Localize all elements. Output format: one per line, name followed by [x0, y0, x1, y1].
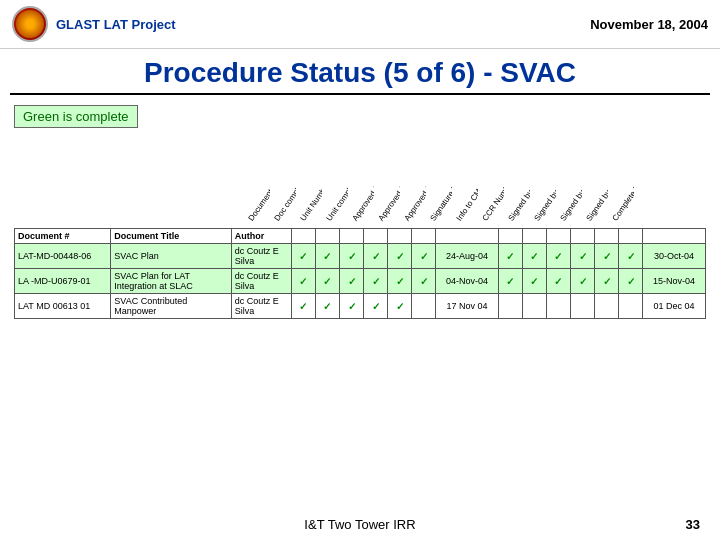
page-footer: I&T Two Tower IRR 33: [0, 517, 720, 532]
logo: [12, 6, 48, 42]
page-title: Procedure Status (5 of 6) - SVAC: [10, 49, 710, 95]
check2-cell-0-5: ✓: [619, 244, 643, 269]
check2-cell-1-1: ✓: [522, 269, 546, 294]
check-cell-1-4: ✓: [388, 269, 412, 294]
check-cell-0-1: ✓: [315, 244, 339, 269]
doc-num-cell: LAT MD 00613 01: [15, 294, 111, 319]
check2-col-3: [571, 229, 595, 244]
check2-col-4: [595, 229, 619, 244]
check2-cell-0-1: ✓: [522, 244, 546, 269]
diag-header-5: Approved (LAT Doc): [374, 138, 400, 228]
diag-header-7: Signature Date: [426, 138, 452, 228]
check2-cell-0-3: ✓: [571, 244, 595, 269]
table-wrapper: Document NumberDoc complete?Unit NumberU…: [14, 138, 706, 319]
check-cell-0-2: ✓: [339, 244, 363, 269]
check-cell-0-0: ✓: [291, 244, 315, 269]
table-row: LA -MD-U0679-01SVAC Plan for LAT Integra…: [15, 269, 706, 294]
check-cell-1-0: ✓: [291, 269, 315, 294]
complete-date-cell: 30-Oct-04: [643, 244, 706, 269]
diag-header-11: Signed by LAT: [530, 138, 556, 228]
check-cell-2-1: ✓: [315, 294, 339, 319]
check2-cell-2-1: [522, 294, 546, 319]
check2-cell-0-2: ✓: [546, 244, 570, 269]
diag-header-8: Info to CM before sig: [452, 138, 478, 228]
check2-cell-1-0: ✓: [498, 269, 522, 294]
check2-cell-0-4: ✓: [595, 244, 619, 269]
diag-header-4: Approved (Coutz): [348, 138, 374, 228]
check-cell-2-4: ✓: [388, 294, 412, 319]
doc-num-cell: LA -MD-U0679-01: [15, 269, 111, 294]
sig-date-cell: 04-Nov-04: [436, 269, 499, 294]
diag-header-12: Signed by SLAC: [556, 138, 582, 228]
col-doc-num: Document #: [15, 229, 111, 244]
status-badge: Green is complete: [14, 105, 138, 128]
complete-date-col: [643, 229, 706, 244]
diag-header-14: Complete Date: [608, 138, 634, 228]
doc-title-cell: SVAC Contributed Manpower: [111, 294, 231, 319]
check2-col-0: [498, 229, 522, 244]
check2-cell-1-5: ✓: [619, 269, 643, 294]
check-cell-1-1: ✓: [315, 269, 339, 294]
col-doc-title: Document Title: [111, 229, 231, 244]
doc-title-cell: SVAC Plan: [111, 244, 231, 269]
check2-cell-2-4: [595, 294, 619, 319]
table-row: LAT MD 00613 01SVAC Contributed Manpower…: [15, 294, 706, 319]
check2-cell-1-3: ✓: [571, 269, 595, 294]
check-cell-0-4: ✓: [388, 244, 412, 269]
diagonal-headers: Document NumberDoc complete?Unit NumberU…: [244, 138, 706, 228]
col-author: Author: [231, 229, 291, 244]
check2-cell-1-2: ✓: [546, 269, 570, 294]
table-row: LAT-MD-00448-06SVAC Plandc Coutz E Silva…: [15, 244, 706, 269]
author-cell: dc Coutz E Silva: [231, 244, 291, 269]
check-col-5: [412, 229, 436, 244]
diag-header-9: CCR Number: [478, 138, 504, 228]
check-col-3: [364, 229, 388, 244]
check2-cell-0-0: ✓: [498, 244, 522, 269]
page-header: GLAST LAT Project November 18, 2004: [0, 0, 720, 49]
check2-cell-2-3: [571, 294, 595, 319]
diag-header-6: Approved (SLAC IRR): [400, 138, 426, 228]
check-cell-2-2: ✓: [339, 294, 363, 319]
sig-date-col: [436, 229, 499, 244]
check-col-0: [291, 229, 315, 244]
check-cell-2-3: ✓: [364, 294, 388, 319]
author-cell: dc Coutz E Silva: [231, 269, 291, 294]
check2-cell-2-2: [546, 294, 570, 319]
check2-cell-2-5: [619, 294, 643, 319]
procedure-table: Document # Document Title Author LAT-MD-…: [14, 228, 706, 319]
check2-col-5: [619, 229, 643, 244]
diag-header-10: Signed by CA: [504, 138, 530, 228]
check2-col-1: [522, 229, 546, 244]
header-left: GLAST LAT Project: [12, 6, 176, 42]
check-cell-1-5: ✓: [412, 269, 436, 294]
diag-header-0: Document Number: [244, 138, 270, 228]
sig-date-cell: 17 Nov 04: [436, 294, 499, 319]
date-label: November 18, 2004: [590, 17, 708, 32]
page-number: 33: [686, 517, 700, 532]
check2-col-2: [546, 229, 570, 244]
complete-date-cell: 01 Dec 04: [643, 294, 706, 319]
doc-num-cell: LAT-MD-00448-06: [15, 244, 111, 269]
check-col-4: [388, 229, 412, 244]
sig-date-cell: 24-Aug-04: [436, 244, 499, 269]
footer-text: I&T Two Tower IRR: [0, 517, 720, 532]
check-col-2: [339, 229, 363, 244]
diag-header-3: Unit complete?: [322, 138, 348, 228]
check-cell-1-2: ✓: [339, 269, 363, 294]
check2-cell-2-0: [498, 294, 522, 319]
check-cell-2-5: [412, 294, 436, 319]
project-title: GLAST LAT Project: [56, 17, 176, 32]
diag-header-1: Doc complete?: [270, 138, 296, 228]
content-area: Green is complete Document NumberDoc com…: [0, 95, 720, 329]
author-cell: dc Coutz E Silva: [231, 294, 291, 319]
check-cell-1-3: ✓: [364, 269, 388, 294]
check-col-1: [315, 229, 339, 244]
complete-date-cell: 15-Nov-04: [643, 269, 706, 294]
diag-header-2: Unit Number: [296, 138, 322, 228]
check-cell-0-5: ✓: [412, 244, 436, 269]
diag-header-13: Signed by DOE: [582, 138, 608, 228]
check-cell-0-3: ✓: [364, 244, 388, 269]
doc-title-cell: SVAC Plan for LAT Integration at SLAC: [111, 269, 231, 294]
check2-cell-1-4: ✓: [595, 269, 619, 294]
check-cell-2-0: ✓: [291, 294, 315, 319]
